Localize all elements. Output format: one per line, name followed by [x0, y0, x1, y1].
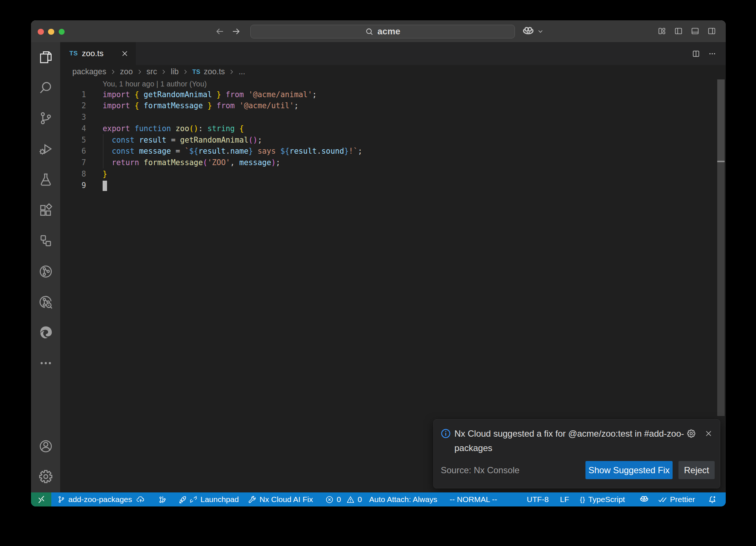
code-line: 9	[60, 180, 726, 191]
code-token: ,	[230, 158, 235, 167]
breadcrumb-item[interactable]: src	[147, 67, 157, 76]
breadcrumb-item[interactable]: packages	[72, 67, 106, 76]
code-token	[235, 124, 239, 133]
breadcrumb-item[interactable]: zoo	[120, 67, 133, 76]
code-token: `	[185, 147, 189, 156]
copilot-icon	[522, 25, 535, 38]
line-number: 2	[60, 100, 86, 112]
split-editor-icon[interactable]	[692, 50, 700, 58]
code-token: string	[207, 124, 235, 133]
prettier-label: Prettier	[670, 495, 695, 504]
nx-cloud-fix-status[interactable]: Nx Cloud AI Fix	[248, 492, 313, 506]
problems-status[interactable]: 0 0	[325, 492, 362, 506]
errors-icon	[325, 495, 334, 504]
code-line: 1import { getRandomAnimal } from '@acme/…	[60, 89, 726, 100]
breadcrumb-item[interactable]: lib	[171, 67, 179, 76]
notifications-status[interactable]	[708, 492, 717, 506]
code-token	[134, 147, 139, 156]
customize-layout-icon[interactable]	[657, 27, 666, 35]
eol-status[interactable]: LF	[560, 492, 569, 506]
code-text: export function zoo(): string {	[103, 123, 244, 134]
double-check-icon	[658, 495, 667, 504]
vim-mode-status[interactable]: -- NORMAL --	[450, 492, 497, 506]
settings-gear-icon[interactable]	[38, 469, 53, 484]
edge-tools-icon[interactable]	[38, 325, 53, 340]
code-token	[103, 158, 112, 167]
code-token: const	[112, 147, 135, 156]
code-token: )	[271, 158, 276, 167]
editor-scrollbar-thumb[interactable]	[717, 79, 725, 161]
toggle-panel-icon[interactable]	[691, 27, 700, 35]
vim-mode-label: -- NORMAL --	[450, 495, 497, 504]
launchpad-status[interactable]: Launchpad	[178, 492, 239, 506]
run-and-debug-icon[interactable]	[38, 141, 53, 157]
code-token: }	[207, 101, 212, 110]
commit-graph-status[interactable]	[158, 492, 166, 506]
code-token	[221, 90, 226, 99]
more-views-icon[interactable]	[38, 356, 53, 371]
breadcrumb-item[interactable]: zoo.ts	[204, 67, 225, 76]
auto-attach-status[interactable]: Auto Attach: Always	[369, 492, 437, 506]
code-token: return	[112, 158, 139, 167]
close-window-button[interactable]	[38, 29, 44, 35]
code-line: 2import { formatMessage } from '@acme/ut…	[60, 100, 726, 112]
code-token: zoo	[176, 124, 189, 133]
close-tab-icon[interactable]	[121, 50, 129, 58]
show-suggested-fix-button[interactable]: Show Suggested Fix	[585, 461, 673, 479]
code-token	[203, 124, 207, 133]
breadcrumb: packageszoosrclibTSzoo.ts...	[60, 65, 726, 79]
testing-icon[interactable]	[38, 172, 53, 187]
gitlens-inspect-icon[interactable]	[38, 295, 53, 310]
command-center-search[interactable]: acme	[250, 25, 515, 38]
notification-settings-icon[interactable]	[687, 429, 696, 438]
minimize-window-button[interactable]	[48, 29, 54, 35]
git-branch-status[interactable]: add-zoo-packages	[57, 492, 145, 506]
code-token: sound	[322, 147, 344, 156]
code-token: '@acme/util'	[239, 101, 294, 110]
line-number: 4	[60, 123, 86, 134]
code-token: function	[134, 124, 171, 133]
extensions-icon[interactable]	[38, 203, 53, 218]
indent-guide	[103, 134, 104, 168]
source-control-icon[interactable]	[38, 111, 53, 126]
explorer-icon[interactable]	[38, 50, 53, 65]
rocket-icon	[178, 495, 187, 504]
git-branch-icon	[57, 495, 65, 504]
notification-toast: Nx Cloud suggested a fix for @acme/zoo:t…	[433, 419, 720, 488]
search-icon	[365, 27, 374, 36]
wrench-icon	[248, 495, 257, 504]
accounts-icon[interactable]	[38, 439, 53, 454]
code-token: ;	[294, 101, 298, 110]
copilot-menu[interactable]	[522, 25, 544, 38]
toggle-secondary-sidebar-icon[interactable]	[707, 27, 716, 35]
prettier-status[interactable]: Prettier	[658, 492, 695, 506]
code-token	[212, 90, 216, 99]
gitlens-icon[interactable]	[38, 264, 53, 279]
nx-console-icon[interactable]	[38, 233, 53, 249]
code-token: import	[103, 90, 130, 99]
tab-zoo-ts[interactable]: TS zoo.ts	[60, 42, 136, 65]
reject-button[interactable]: Reject	[678, 461, 715, 479]
code-text: }	[103, 168, 107, 180]
code-token: result	[289, 147, 317, 156]
encoding-status[interactable]: UTF-8	[527, 492, 549, 506]
remote-indicator[interactable]	[31, 492, 51, 506]
code-token: {	[239, 124, 244, 133]
commit-graph-icon	[158, 495, 166, 504]
toggle-primary-sidebar-icon[interactable]	[674, 27, 683, 35]
command-center-text: acme	[377, 26, 400, 37]
navigate-forward-icon[interactable]	[231, 27, 241, 36]
zoom-window-button[interactable]	[59, 29, 65, 35]
line-number: 6	[60, 146, 86, 157]
search-view-icon[interactable]	[38, 81, 53, 96]
copilot-status[interactable]	[639, 492, 649, 506]
navigate-back-icon[interactable]	[215, 27, 224, 36]
code-text: const message = `${result.name} says ${r…	[103, 146, 362, 157]
code-token: 'ZOO'	[207, 158, 230, 167]
breadcrumb-item[interactable]: ...	[238, 67, 245, 76]
notification-close-icon[interactable]	[704, 429, 713, 438]
code-token: }	[103, 170, 107, 178]
more-actions-icon[interactable]	[708, 50, 717, 58]
language-status[interactable]: {} TypeScript	[580, 492, 625, 506]
chevron-down-icon	[537, 28, 544, 35]
